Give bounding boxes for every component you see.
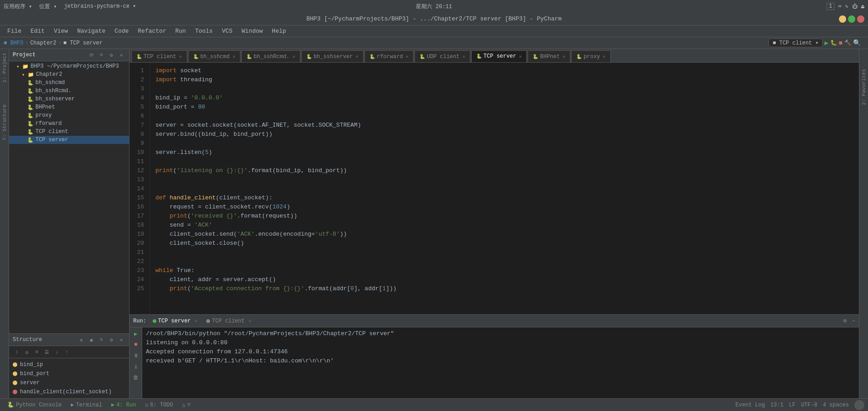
run-settings-icon[interactable]: ⚙ bbox=[843, 317, 847, 324]
view-icon6[interactable]: ↑ bbox=[63, 348, 71, 356]
tree-item-rforward[interactable]: 🐍 rforward bbox=[9, 119, 129, 128]
tree-item-sshserver[interactable]: 🐍 bh_sshserver bbox=[9, 95, 129, 103]
tree-item-tcpserver[interactable]: 🐍 TCP server bbox=[9, 136, 129, 144]
menu-view[interactable]: View bbox=[50, 27, 71, 35]
menu-refactor[interactable]: Refactor bbox=[134, 27, 170, 35]
menu-vcs[interactable]: VCS bbox=[218, 27, 236, 35]
struct-icon4[interactable]: ⚙ bbox=[107, 336, 115, 344]
sync-icon[interactable]: ⟳ bbox=[87, 51, 95, 59]
tab-tcp-server[interactable]: 🐍 TCP server ✕ bbox=[471, 50, 527, 62]
menu-tools[interactable]: Tools bbox=[191, 27, 216, 35]
struct-icon1[interactable]: ⇅ bbox=[77, 336, 85, 344]
menu-file[interactable]: File bbox=[4, 27, 25, 35]
tab-tcp-client[interactable]: 🐍 TCP client ✕ bbox=[131, 50, 187, 62]
breadcrumb-project[interactable]: ■ BHP3 bbox=[4, 40, 23, 46]
tab-sshserver-close[interactable]: ✕ bbox=[355, 54, 359, 59]
workspace-indicator[interactable]: 1 bbox=[827, 3, 834, 10]
places-menu[interactable]: 位置 ▾ bbox=[39, 3, 56, 10]
tree-item-tcpclient[interactable]: 🐍 TCP client bbox=[9, 128, 129, 136]
struct-icon5[interactable]: ✕ bbox=[117, 336, 125, 344]
run-hide-icon[interactable]: − bbox=[852, 318, 855, 324]
tab-rforward[interactable]: 🐍 rforward ✕ bbox=[364, 50, 414, 62]
run-tab-tcp-client[interactable]: TCP client ✕ bbox=[204, 317, 254, 325]
close-panel-icon[interactable]: ✕ bbox=[117, 51, 125, 59]
menu-navigate[interactable]: Navigate bbox=[74, 27, 109, 35]
tree-item-chapter2[interactable]: ▾ 📁 Chapter2 bbox=[9, 70, 129, 79]
collapse-icon[interactable]: ≡ bbox=[97, 51, 105, 59]
maximize-btn[interactable] bbox=[848, 15, 855, 23]
power-icon[interactable]: ⏻ bbox=[852, 3, 858, 10]
footer-tab-python-console[interactable]: 🐍 Python Console bbox=[4, 401, 65, 409]
struct-icon3[interactable]: ≡ bbox=[97, 336, 105, 344]
settings-icon[interactable]: ⚙ bbox=[107, 51, 115, 59]
breadcrumb-chapter[interactable]: Chapter2 bbox=[30, 40, 56, 46]
tab-sshcmd-close[interactable]: ✕ bbox=[232, 54, 235, 59]
tree-item-proxy[interactable]: 🐍 proxy bbox=[9, 111, 129, 119]
run-stop-btn[interactable]: ■ bbox=[131, 340, 140, 349]
view-icon1[interactable]: ↕ bbox=[13, 348, 21, 356]
tab-proxy-close[interactable]: ✕ bbox=[603, 54, 606, 59]
tab-sshrcmd[interactable]: 🐍 bh_sshRcmd. ✕ bbox=[241, 50, 300, 62]
struct-bind-port[interactable]: bind_port bbox=[9, 369, 129, 378]
run-tab-tcp-server[interactable]: TCP server ✕ bbox=[150, 317, 200, 325]
tab-rforward-close[interactable]: ✕ bbox=[406, 54, 409, 59]
footer-tab-todo[interactable]: ☑ 6: TODO bbox=[141, 401, 177, 409]
tree-item-sshrcmd[interactable]: 🐍 bh_sshRcmd. bbox=[9, 87, 129, 95]
debug-btn[interactable]: 🐛 bbox=[830, 40, 837, 46]
struct-handle-client[interactable]: handle_client(client_socket) bbox=[9, 387, 129, 396]
tree-item-sshcmd[interactable]: 🐍 bh_sshcmd bbox=[9, 79, 129, 87]
tab-tcp-server-close[interactable]: ✕ bbox=[519, 54, 522, 59]
expand-up-btn[interactable]: △ bbox=[182, 401, 185, 408]
run-tab-tcp-client-close[interactable]: ✕ bbox=[248, 318, 251, 324]
run-scroll-btn[interactable]: ⤓ bbox=[131, 362, 140, 371]
minimize-btn[interactable] bbox=[839, 15, 846, 23]
struct-server[interactable]: server bbox=[9, 378, 129, 387]
view-icon2[interactable]: ◎ bbox=[23, 348, 31, 356]
build-btn[interactable]: 🔨 bbox=[844, 40, 851, 46]
tab-tcp-client-close[interactable]: ✕ bbox=[179, 54, 182, 59]
structure-label-side[interactable]: 7: Structure bbox=[1, 103, 8, 142]
footer-tab-run[interactable]: ▶ 4: Run bbox=[108, 401, 140, 409]
tree-item-bhp3[interactable]: ▾ 📁 BHP3 ~/PycharmProjects/BHP3 bbox=[9, 62, 129, 70]
event-log-link[interactable]: Event Log bbox=[735, 402, 765, 408]
pycharm-menu[interactable]: jetbrains-pycharm-ce ▾ bbox=[64, 3, 136, 10]
tab-bhpnet-close[interactable]: ✕ bbox=[563, 54, 566, 59]
tab-bhpnet[interactable]: 🐍 BHPnet ✕ bbox=[528, 50, 570, 62]
tab-proxy[interactable]: 🐍 proxy ✕ bbox=[571, 50, 611, 62]
footer-tab-terminal[interactable]: ▶ Terminal bbox=[67, 401, 106, 409]
menu-code[interactable]: Code bbox=[111, 27, 132, 35]
menu-window[interactable]: Window bbox=[238, 27, 267, 35]
tree-item-bhpnet[interactable]: 🐍 BHPnet bbox=[9, 103, 129, 111]
menu-help[interactable]: Help bbox=[268, 27, 289, 35]
search-button[interactable]: 🔍 bbox=[853, 39, 861, 47]
apps-menu[interactable]: 应用程序 ▾ bbox=[4, 3, 32, 10]
line-ending[interactable]: LF bbox=[789, 402, 795, 408]
run-rerun-btn[interactable]: ▶ bbox=[131, 329, 140, 338]
struct-icon2[interactable]: ◉ bbox=[87, 336, 95, 344]
view-icon3[interactable]: ≡ bbox=[33, 348, 41, 356]
view-icon5[interactable]: ↓ bbox=[53, 348, 61, 356]
stop-button[interactable]: ■ bbox=[839, 40, 843, 47]
tab-sshserver[interactable]: 🐍 bh_sshserver ✕ bbox=[301, 50, 364, 62]
tab-udp-client-close[interactable]: ✕ bbox=[462, 54, 465, 59]
view-icon4[interactable]: ☰ bbox=[43, 348, 51, 356]
breadcrumb-file[interactable]: ■ TCP server bbox=[63, 40, 102, 46]
menu-edit[interactable]: Edit bbox=[27, 27, 48, 35]
run-config-selector[interactable]: ■ TCP client ▾ bbox=[768, 39, 823, 47]
encoding[interactable]: UTF-8 bbox=[801, 402, 817, 408]
code-content[interactable]: import socket import threading bind_ip =… bbox=[150, 63, 859, 314]
run-tab-tcp-server-close[interactable]: ✕ bbox=[195, 318, 198, 324]
favorites-label[interactable]: 2: Favorites bbox=[860, 67, 868, 107]
tab-udp-client[interactable]: 🐍 UDP client ✕ bbox=[414, 50, 470, 62]
run-pause-btn[interactable]: ⏸ bbox=[131, 351, 140, 360]
menu-run[interactable]: Run bbox=[172, 27, 190, 35]
eject-icon[interactable]: ⏏ bbox=[861, 3, 864, 10]
tab-sshcmd[interactable]: 🐍 bh_sshcmd ✕ bbox=[188, 50, 240, 62]
run-clear-btn[interactable]: 🗑 bbox=[131, 373, 140, 382]
project-label[interactable]: 1: Project bbox=[1, 51, 8, 84]
tab-sshrcmd-close[interactable]: ✕ bbox=[292, 54, 295, 59]
close-btn[interactable] bbox=[857, 15, 864, 23]
expand-down-btn[interactable]: ▽ bbox=[187, 401, 190, 408]
struct-bind-ip[interactable]: bind_ip bbox=[9, 360, 129, 369]
indent-setting[interactable]: 4 spaces bbox=[823, 402, 849, 408]
